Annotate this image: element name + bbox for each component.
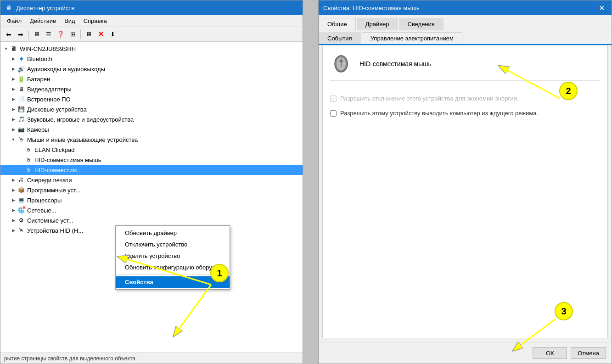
tree-bluetooth[interactable]: ▶ ✦ Bluetooth [0,54,303,64]
toolbar: ⬅ ➡ 🖥 ☰ ❓ ⊞ 🖥 ✕ ⬇ [0,27,303,42]
power-option-2-checkbox[interactable] [330,110,337,117]
tree-mice[interactable]: ▼ 🖱 Мыши и иные указывающие устройства [0,134,303,145]
ok-button[interactable]: ОК [533,347,567,359]
ctx-disable[interactable]: Отключить устройство [116,239,230,250]
tree-battery[interactable]: ▶ 🔋 Батареи [0,74,303,84]
tab-general[interactable]: Общие [319,18,356,30]
tree-disk[interactable]: ▶ 💾 Дисковые устройства [0,104,303,114]
display-label: Видеоадаптеры [27,86,72,93]
root-expand-icon: ▼ [2,45,10,52]
cancel-button[interactable]: Отмена [571,347,606,359]
bluetooth-expand-icon: ▶ [10,55,17,62]
device-manager-window: 🖥 Диспетчер устройств Файл Действие Вид … [0,0,303,364]
tb-refresh[interactable]: ⬇ [107,29,118,40]
tb-computer[interactable]: 🖥 [31,29,42,40]
sound-expand-icon: ▶ [10,116,17,123]
power-option-2-row: Разрешить этому устройству выводить комп… [330,109,600,118]
firmware-expand-icon: ▶ [10,95,17,103]
battery-label: Батареи [27,76,50,83]
tree-system[interactable]: ▶ ⚙ Системные уст... [0,215,303,225]
elan-expand-icon [17,146,24,153]
tree-printer[interactable]: ▶ 🖨 Очереди печати [0,175,303,185]
tree-hid1[interactable]: 🖱 HID-совместимая мышь [0,155,303,165]
hid2-expand-icon [17,166,24,174]
status-bar: рытие страницы свойств для выделенного о… [0,353,303,364]
tab-details[interactable]: Сведения [399,18,444,30]
tb-back[interactable]: ⬅ [3,29,14,40]
tb-help[interactable]: ❓ [55,29,66,40]
software-label: Программные уст... [27,187,80,194]
printer-label: Очереди печати [27,177,72,184]
tree-audio[interactable]: ▶ 🔊 Аудиовходы и аудиовыходы [0,64,303,74]
menu-file[interactable]: Файл [3,17,25,25]
menu-view[interactable]: Вид [61,17,79,25]
audio-icon: 🔊 [17,65,25,73]
tabs-row-2: События Управление электропитанием [319,30,612,45]
mice-expand-icon: ▼ [10,136,17,143]
tab-driver[interactable]: Драйвер [357,18,398,30]
tb-list[interactable]: ☰ [43,29,54,40]
hid2-icon: 🖱 [24,166,33,174]
system-expand-icon: ▶ [10,217,17,224]
system-icon: ⚙ [17,216,25,224]
mice-icon: 🖱 [17,135,25,144]
tree-hid2[interactable]: 🖱 HID-совместим... [0,165,303,175]
hid1-expand-icon [17,156,24,163]
power-options: Разрешить отключение этого устройства дл… [330,95,600,118]
tree-sound[interactable]: ▶ 🎵 Звуковые, игровые и видеоустройства [0,114,303,124]
device-icon-large [330,53,352,75]
tb-sep2 [80,30,81,39]
dialog-titlebar: Свойства: HID-совместимая мышь ✕ [319,0,612,15]
context-menu: Обновить драйвер Отключить устройство Уд… [115,225,230,290]
audio-expand-icon: ▶ [10,65,17,73]
tab-power[interactable]: Управление электропитанием [362,32,462,44]
dialog-title: Свойства: HID-совместимая мышь [323,5,420,11]
ctx-sep [116,274,230,275]
ctx-uninstall[interactable]: Удалить устройство [116,250,230,262]
tree-root[interactable]: ▼ 🖥 WIN-CN2JU8S9SHH [0,44,303,54]
tree-cpu[interactable]: ▶ 💻 Процессоры [0,195,303,205]
tb-delete[interactable]: ✕ [95,29,106,40]
camera-label: Камеры [27,126,49,133]
tb-sep1 [28,30,29,39]
sound-icon: 🎵 [17,115,25,123]
mice-label: Мыши и иные указывающие устройства [27,136,138,143]
svg-point-3 [339,60,343,62]
menu-action[interactable]: Действие [26,17,60,25]
tree-firmware[interactable]: ▶ 📄 Встроенное ПО [0,94,303,104]
sound-label: Звуковые, игровые и видеоустройства [27,116,134,123]
tree-display[interactable]: ▶ 🖥 Видеоадаптеры [0,84,303,94]
power-option-2-label: Разрешить этому устройству выводить комп… [340,109,538,118]
tb-monitor[interactable]: 🖥 [83,29,94,40]
cpu-expand-icon: ▶ [10,196,17,204]
hid-devices-expand-icon: ▶ [10,227,17,234]
device-tree[interactable]: ▼ 🖥 WIN-CN2JU8S9SHH ▶ ✦ Bluetooth ▶ 🔊 Ау… [0,42,303,353]
device-manager-title: Диспетчер устройств [16,5,74,11]
firmware-icon: 📄 [17,95,25,103]
ctx-properties[interactable]: Свойства [116,276,230,288]
camera-icon: 📷 [17,125,25,134]
menu-help[interactable]: Справка [80,17,111,25]
tree-elan[interactable]: 🖱 ELAN Clickpad [0,145,303,155]
dialog-content-area: HID-совместимая мышь Разрешить отключени… [322,45,608,338]
tree-camera[interactable]: ▶ 📷 Камеры [0,124,303,134]
device-manager-titlebar: 🖥 Диспетчер устройств [0,0,303,15]
tabs-row-1: Общие Драйвер Сведения [319,15,612,30]
dialog-close-button[interactable]: ✕ [596,3,607,12]
power-option-1-checkbox[interactable] [330,95,337,102]
tree-software[interactable]: ▶ 📦 Программные уст... [0,185,303,195]
software-icon: 📦 [17,186,25,194]
network-label: Сетевые... [27,207,56,214]
properties-dialog: Свойства: HID-совместимая мышь ✕ Общие Д… [318,0,612,364]
ctx-update-driver[interactable]: Обновить драйвер [116,227,230,239]
device-header: HID-совместимая мышь [330,53,600,81]
tb-forward[interactable]: ➡ [15,29,26,40]
ctx-scan[interactable]: Обновить конфигурацию оборуд... [116,262,230,273]
root-label: WIN-CN2JU8S9SHH [20,45,76,52]
tb-grid[interactable]: ⊞ [67,29,78,40]
tree-network[interactable]: ▶ 🌐✕ Сетевые... [0,205,303,215]
audio-label: Аудиовходы и аудиовыходы [27,66,105,73]
camera-expand-icon: ▶ [10,126,17,133]
tab-events[interactable]: События [319,32,361,44]
hid-devices-icon: 🖱 [17,226,25,235]
